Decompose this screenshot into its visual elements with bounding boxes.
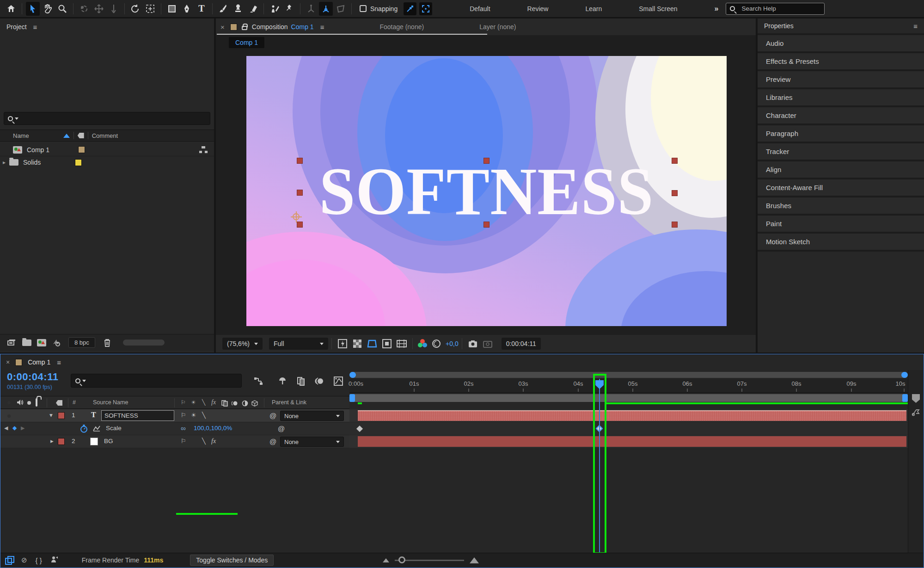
property-pickwhip-icon[interactable]: @ (278, 425, 285, 432)
expression-braces-icon[interactable]: { } (36, 556, 42, 564)
timeline-zoom-control[interactable] (383, 557, 479, 563)
transparency-grid-icon[interactable] (351, 338, 363, 350)
label-color-swatch[interactable] (75, 159, 82, 166)
sort-ascending-icon[interactable] (63, 134, 70, 138)
include-in-graph-editor-icon[interactable] (93, 425, 100, 433)
softness-text-layer[interactable]: SOFTNESS (246, 153, 727, 230)
panel-item-character[interactable]: Character (758, 107, 924, 125)
search-options-caret[interactable] (15, 117, 18, 120)
draft-3d-icon[interactable] (276, 376, 288, 387)
current-timecode[interactable]: 0:00:04:11 (7, 371, 58, 383)
selection-handle[interactable] (483, 158, 490, 164)
collapse-chevron-icon[interactable]: ▾ (49, 411, 53, 419)
layer-name-field[interactable]: SOFTNESS (101, 410, 174, 421)
panel-item-motion-sketch[interactable]: Motion Sketch (758, 234, 924, 252)
zoom-slider-knob[interactable] (398, 556, 405, 563)
scale-property-row[interactable]: ◀ ◆ ▶ Scale ∞ 100,0,100,0% @ (0, 422, 349, 435)
local-axis-mode-icon[interactable] (304, 2, 318, 16)
selection-handle[interactable] (672, 190, 678, 196)
expand-chevron-icon[interactable]: ▸ (3, 159, 6, 166)
panel-item-brushes[interactable]: Brushes (758, 198, 924, 216)
panel-item-align[interactable]: Align (758, 161, 924, 179)
viewer-timecode[interactable]: 0:00:04:11 (502, 338, 541, 350)
label-color-swatch[interactable] (78, 146, 85, 153)
motion-blur-icon[interactable] (313, 376, 325, 387)
solo-column-icon[interactable] (27, 401, 31, 405)
viewer-tab-layer[interactable]: Layer (none) (479, 23, 516, 31)
audio-column-speaker-icon[interactable] (16, 399, 24, 407)
world-axis-mode-icon[interactable] (319, 2, 333, 16)
frame-blend-column-icon[interactable] (221, 400, 228, 408)
previous-keyframe-icon[interactable]: ◀ (4, 425, 8, 431)
layer-row-softness[interactable]: ▾ 1 T SOFTNESS ⚐ ☀ ╲ @ None (0, 409, 349, 422)
comp-button-icon[interactable] (912, 409, 920, 418)
interpret-footage-icon[interactable] (6, 337, 18, 349)
timeline-tab-label[interactable]: Comp 1 (28, 358, 50, 366)
zoom-tool-icon[interactable] (55, 2, 69, 16)
timeline-search-input[interactable] (71, 374, 242, 388)
snapping-toggle[interactable]: Snapping (360, 5, 398, 12)
label-column-tag-icon[interactable] (78, 133, 84, 138)
rotation-tool-icon[interactable] (129, 2, 142, 16)
pan-camera-tool-icon[interactable] (92, 2, 106, 16)
selection-handle[interactable] (297, 222, 303, 228)
clone-stamp-tool-icon[interactable] (231, 2, 245, 16)
zoom-slider-track[interactable] (395, 560, 464, 561)
selection-handle[interactable] (297, 158, 303, 164)
column-name[interactable]: Name (13, 132, 29, 139)
resolution-dropdown[interactable]: Full (269, 338, 328, 350)
effects-column-icon[interactable]: fx (211, 399, 216, 406)
selection-handle[interactable] (672, 158, 678, 164)
type-tool-icon[interactable]: T (195, 2, 208, 16)
timeline-tab-menu-icon[interactable]: ≡ (57, 358, 61, 366)
viewer-tab-menu-icon[interactable]: ≡ (320, 23, 324, 31)
quality-switch-icon[interactable]: ╲ (202, 412, 206, 419)
parent-dropdown[interactable]: None (280, 411, 344, 421)
new-composition-icon[interactable] (36, 337, 48, 349)
panel-item-audio[interactable]: Audio (758, 35, 924, 53)
source-name-column-header[interactable]: Source Name (93, 399, 128, 406)
viewer-tab-composition-label[interactable]: Composition (252, 23, 288, 31)
magnification-dropdown[interactable]: (75,6%) (222, 338, 263, 350)
workspace-tab-learn[interactable]: Learn (580, 5, 607, 12)
label-column-tag-icon[interactable] (56, 400, 62, 406)
workspace-tab-default[interactable]: Default (464, 5, 496, 12)
shy-column-icon[interactable]: ⚐ (181, 399, 186, 406)
panel-item-paragraph[interactable]: Paragraph (758, 125, 924, 143)
next-keyframe-icon[interactable]: ▶ (21, 425, 24, 431)
scrollbar-left-cap[interactable] (349, 372, 356, 378)
close-tab-icon[interactable]: × (220, 23, 225, 31)
panel-item-effects-presets[interactable]: Effects & Presets (758, 53, 924, 71)
scale-property-label[interactable]: Scale (106, 425, 122, 432)
adjustment-layer-column-icon[interactable] (242, 400, 248, 408)
timeline-horizontal-scrollbar[interactable] (349, 372, 908, 378)
bit-depth-button[interactable]: 8 bpc (68, 337, 95, 348)
exposure-value[interactable]: +0,0 (446, 340, 459, 347)
layer-label-color[interactable] (58, 412, 65, 419)
effects-switch-icon[interactable]: fx (211, 438, 216, 445)
comp-marker-bin-icon[interactable] (912, 394, 920, 403)
lock-icon[interactable] (242, 26, 247, 30)
author-icon[interactable] (50, 556, 58, 564)
keyframe-diamond[interactable] (356, 426, 363, 432)
stopwatch-icon[interactable] (80, 424, 88, 434)
null-object-icon[interactable]: ⊘ (21, 556, 27, 564)
zoom-out-mountain-icon[interactable] (383, 558, 389, 562)
project-panel-menu-icon[interactable]: ≡ (33, 23, 37, 31)
grid-guides-icon[interactable] (396, 338, 408, 350)
work-area-end-handle[interactable] (902, 394, 908, 402)
lock-column-icon[interactable] (36, 399, 37, 406)
scale-value[interactable]: 100,0,100,0% (194, 425, 232, 432)
workspace-overflow-chevrons[interactable]: » (715, 5, 718, 13)
selection-handle[interactable] (297, 190, 303, 196)
panel-item-preview[interactable]: Preview (758, 71, 924, 89)
panel-item-libraries[interactable]: Libraries (758, 89, 924, 107)
show-snapshot-icon[interactable] (482, 338, 494, 350)
parent-pickwhip-icon[interactable]: @ (269, 412, 276, 420)
time-ruler[interactable]: 0:00s 01s 02s 03s 04s 05s 06s 07s 08s 09… (349, 379, 908, 393)
delete-trash-icon[interactable] (101, 337, 113, 349)
panel-item-tracker[interactable]: Tracker (758, 143, 924, 161)
pen-tool-icon[interactable] (180, 2, 194, 16)
toggle-switches-modes-button[interactable]: Toggle Switches / Modes (190, 555, 274, 566)
fast-previews-icon[interactable] (337, 338, 349, 350)
